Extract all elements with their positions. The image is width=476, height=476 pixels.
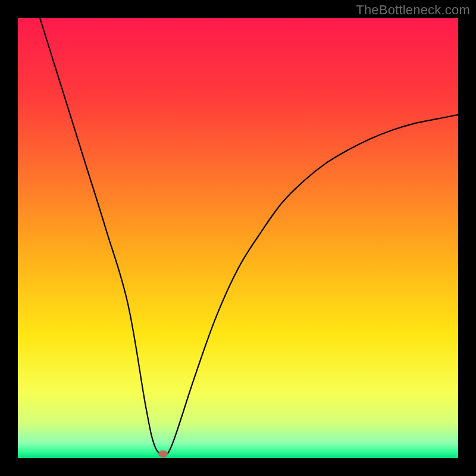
- watermark-text: TheBottleneck.com: [356, 2, 470, 18]
- chart-frame: TheBottleneck.com: [0, 0, 476, 476]
- plot-svg: [18, 18, 458, 458]
- plot-area: [18, 18, 458, 458]
- gradient-background: [18, 18, 458, 458]
- min-marker-icon: [158, 450, 168, 458]
